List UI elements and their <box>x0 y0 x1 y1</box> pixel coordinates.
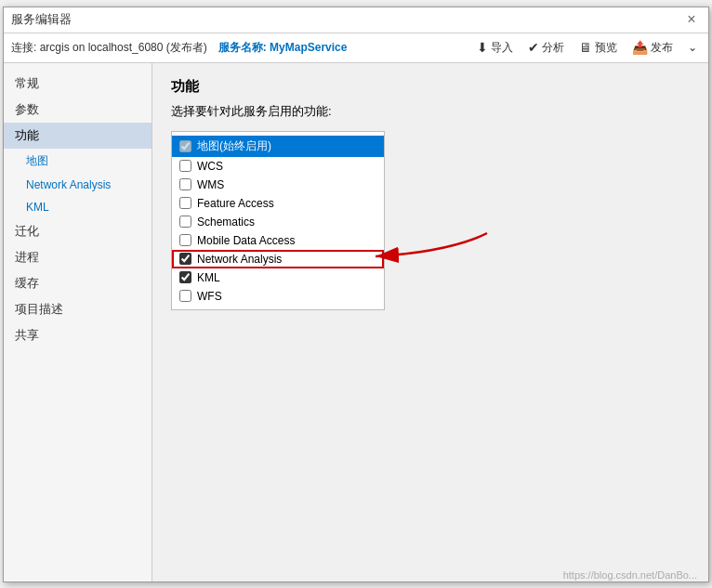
toolbar-actions: ⬇ 导入 ✔ 分析 🖥 预览 📤 发布 ⌄ <box>473 38 701 58</box>
analysis-icon: ✔ <box>528 40 539 55</box>
feature-label-kml: KML <box>197 271 220 284</box>
feature-item-wfs[interactable]: WFS <box>172 287 384 306</box>
feature-label-wfs: WFS <box>197 290 222 303</box>
feature-checkbox-network-analysis[interactable] <box>179 253 191 265</box>
title-bar: 服务编辑器 × <box>4 7 708 33</box>
feature-label-map: 地图(始终启用) <box>197 138 271 154</box>
main-panel: 功能 选择要针对此服务启用的功能: 地图(始终启用)WCSWMSFeature … <box>152 63 708 581</box>
feature-label-wcs: WCS <box>197 160 223 173</box>
feature-checkbox-kml[interactable] <box>179 271 191 283</box>
preview-icon: 🖥 <box>579 40 592 55</box>
feature-label-wms: WMS <box>197 178 224 191</box>
panel-description: 选择要针对此服务启用的功能: <box>171 103 690 120</box>
feature-checkbox-schematics[interactable] <box>179 216 191 228</box>
publish-icon: 📤 <box>632 40 648 55</box>
feature-checkbox-map[interactable] <box>179 140 191 152</box>
features-wrapper: 地图(始终启用)WCSWMSFeature AccessSchematicsMo… <box>171 131 385 310</box>
sidebar-item-network-analysis[interactable]: Network Analysis <box>4 174 152 196</box>
content-area: 常规参数功能地图Network AnalysisKML迁化进程缓存项目描述共享 … <box>4 63 708 581</box>
import-button[interactable]: ⬇ 导入 <box>473 38 517 58</box>
service-name: MyMapService <box>270 41 347 54</box>
feature-item-map[interactable]: 地图(始终启用) <box>172 136 384 157</box>
feature-label-mobile-data-access: Mobile Data Access <box>197 234 295 247</box>
service-info: 服务名称: MyMapService <box>218 40 348 56</box>
sidebar-item-project-desc[interactable]: 项目描述 <box>4 296 152 322</box>
sidebar-item-process[interactable]: 进程 <box>4 244 152 270</box>
feature-checkbox-mobile-data-access[interactable] <box>179 234 191 246</box>
toolbar: 连接: arcgis on localhost_6080 (发布者) 服务名称:… <box>4 33 708 63</box>
import-icon: ⬇ <box>477 40 488 55</box>
sidebar-item-features[interactable]: 功能 <box>4 123 152 149</box>
feature-item-mobile-data-access[interactable]: Mobile Data Access <box>172 231 384 250</box>
window-title: 服务编辑器 <box>11 11 72 28</box>
sidebar-item-migrate[interactable]: 迁化 <box>4 218 152 244</box>
feature-item-feature-access[interactable]: Feature Access <box>172 194 384 213</box>
feature-label-schematics: Schematics <box>197 216 255 229</box>
sidebar-item-share[interactable]: 共享 <box>4 322 152 348</box>
close-button[interactable]: × <box>682 10 701 29</box>
feature-item-kml[interactable]: KML <box>172 268 384 287</box>
sidebar-item-params[interactable]: 参数 <box>4 97 152 123</box>
feature-checkbox-feature-access[interactable] <box>179 197 191 209</box>
sidebar: 常规参数功能地图Network AnalysisKML迁化进程缓存项目描述共享 <box>4 63 152 581</box>
publish-button[interactable]: 📤 发布 <box>628 38 677 58</box>
panel-title: 功能 <box>171 78 690 96</box>
analysis-button[interactable]: ✔ 分析 <box>524 38 568 58</box>
feature-item-network-analysis[interactable]: Network Analysis <box>172 250 384 268</box>
feature-checkbox-wcs[interactable] <box>179 160 191 172</box>
main-window: 服务编辑器 × 连接: arcgis on localhost_6080 (发布… <box>3 7 709 582</box>
expand-button[interactable]: ⌄ <box>684 39 701 56</box>
feature-checkbox-wms[interactable] <box>179 178 191 190</box>
features-list: 地图(始终启用)WCSWMSFeature AccessSchematicsMo… <box>171 131 385 310</box>
connection-info: 连接: arcgis on localhost_6080 (发布者) <box>11 40 207 56</box>
feature-label-network-analysis: Network Analysis <box>197 253 282 266</box>
sidebar-item-cache[interactable]: 缓存 <box>4 270 152 296</box>
feature-item-wms[interactable]: WMS <box>172 176 384 194</box>
sidebar-item-map[interactable]: 地图 <box>4 149 152 174</box>
feature-checkbox-wfs[interactable] <box>179 290 191 302</box>
watermark: https://blog.csdn.net/DanBo... <box>563 569 697 581</box>
preview-button[interactable]: 🖥 预览 <box>575 38 621 58</box>
feature-label-feature-access: Feature Access <box>197 197 274 210</box>
feature-item-wcs[interactable]: WCS <box>172 157 384 176</box>
feature-item-schematics[interactable]: Schematics <box>172 213 384 231</box>
sidebar-item-general[interactable]: 常规 <box>4 71 152 97</box>
sidebar-item-kml[interactable]: KML <box>4 196 152 218</box>
